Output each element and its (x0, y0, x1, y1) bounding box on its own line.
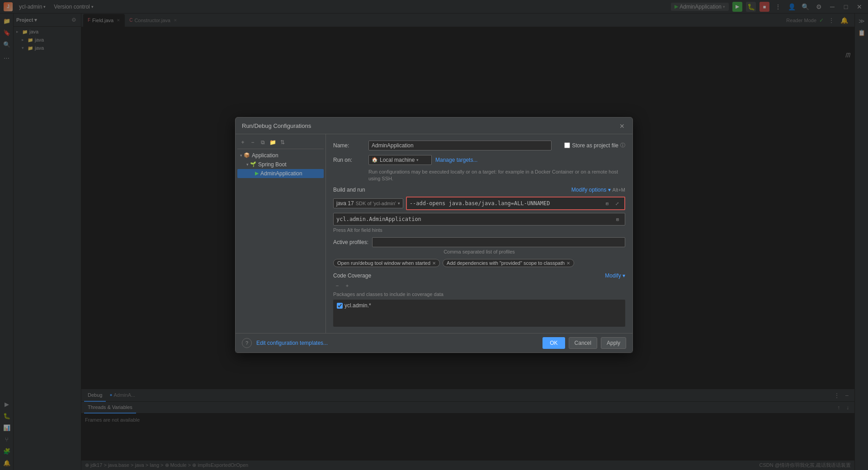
coverage-modify-link[interactable]: Modify ▾ (605, 273, 625, 279)
coverage-header: Code Coverage Modify ▾ (333, 273, 625, 279)
store-info-icon: ⓘ (620, 142, 625, 149)
config-item-admin-app[interactable]: ▶ AdminApplication (237, 169, 324, 178)
config-tree: + − ⧉ 📁 ⇅ ▾ 📦 Application ▾ 🌱 Spring Boo… (236, 134, 326, 334)
config-folder-button[interactable]: 📁 (268, 138, 277, 147)
main-class-row: ycl.admin.AdminApplication ⊞ (333, 213, 625, 226)
run-on-hint: Run configurations may be executed local… (333, 169, 625, 183)
config-sort-button[interactable]: ⇅ (278, 138, 287, 147)
modify-options-link[interactable]: Modify options ▾ (571, 187, 611, 193)
coverage-item-ycladmin: ycl.admin.* (335, 301, 623, 310)
coverage-add-btn[interactable]: + (343, 282, 351, 290)
select-arrow-icon: ▾ (416, 158, 419, 162)
run-on-row: Run on: 🏠 Local machine ▾ Manage targets… (333, 155, 625, 165)
config-copy-button[interactable]: ⧉ (258, 138, 267, 147)
store-label: Store as project file (572, 142, 618, 149)
name-input[interactable] (368, 141, 552, 150)
apply-button[interactable]: Apply (601, 337, 626, 349)
dialog-footer: ? Edit configuration templates... OK Can… (236, 333, 632, 352)
build-run-row: java 17 SDK of 'ycl-admin' ▾ --add-opens… (333, 197, 625, 210)
footer-right: OK Cancel Apply (542, 337, 626, 349)
help-button[interactable]: ? (242, 338, 252, 348)
tag-add-deps-close[interactable]: ✕ (566, 261, 570, 266)
main-class-input[interactable]: ycl.admin.AdminApplication ⊞ (333, 213, 625, 226)
manage-targets-link[interactable]: Manage targets... (435, 157, 477, 163)
config-main: Name: Store as project file ⓘ Run on: 🏠 … (326, 134, 632, 334)
config-group-application[interactable]: ▾ 📦 Application (237, 151, 324, 160)
tag-add-deps: Add dependencies with "provided" scope t… (443, 259, 574, 267)
dialog-title: Run/Debug Configurations (242, 122, 311, 129)
modal-overlay: Run/Debug Configurations ✕ + − ⧉ 📁 ⇅ ▾ 📦… (0, 0, 868, 470)
config-group-spring-boot[interactable]: ▾ 🌱 Spring Boot (237, 160, 324, 169)
run-on-label: Run on: (333, 157, 365, 163)
dialog-close-button[interactable]: ✕ (618, 122, 626, 130)
coverage-toolbar: − + (333, 282, 625, 290)
coverage-packages: ycl.admin.* (333, 300, 625, 327)
main-class-browse-icon[interactable]: ⊞ (613, 215, 622, 224)
edit-templates-link[interactable]: Edit configuration templates... (256, 340, 328, 346)
store-checkbox[interactable] (564, 142, 570, 148)
config-toolbar: + − ⧉ 📁 ⇅ (237, 136, 324, 149)
build-run-title: Build and run (333, 187, 365, 193)
profiles-row: Active profiles: (333, 237, 625, 247)
name-row: Name: Store as project file ⓘ (333, 141, 625, 150)
local-machine-select[interactable]: 🏠 Local machine ▾ (368, 155, 432, 165)
store-checkbox-row: Store as project file ⓘ (555, 142, 625, 149)
cancel-button[interactable]: Cancel (569, 337, 597, 349)
coverage-title: Code Coverage (333, 273, 371, 279)
profiles-label: Active profiles: (333, 239, 368, 245)
java-select-arrow-icon: ▾ (398, 201, 400, 206)
modify-shortcut: Alt+M (613, 187, 625, 193)
tag-open-window-close[interactable]: ✕ (432, 261, 436, 266)
ok-button[interactable]: OK (542, 337, 565, 349)
coverage-item-checkbox[interactable] (337, 303, 343, 309)
profiles-hint: Comma separated list of profiles (333, 249, 625, 254)
coverage-remove-btn[interactable]: − (333, 282, 341, 290)
footer-left: ? Edit configuration templates... (242, 338, 328, 348)
name-label: Name: (333, 142, 365, 149)
vm-options-input[interactable]: --add-opens java.base/java.lang=ALL-UNNA… (406, 197, 625, 210)
tag-open-window: Open run/debug tool window when started … (333, 259, 440, 267)
config-add-button[interactable]: + (238, 138, 247, 147)
vm-options-fullscreen-icon[interactable]: ⤢ (613, 199, 622, 208)
java-version-select[interactable]: java 17 SDK of 'ycl-admin' ▾ (333, 198, 403, 208)
profiles-input[interactable] (372, 237, 625, 247)
press-alt-hint: Press Alt for field hints (333, 227, 625, 233)
tags-row: Open run/debug tool window when started … (333, 259, 625, 267)
sdk-label: SDK of 'ycl-admin' (356, 201, 396, 206)
run-debug-dialog: Run/Debug Configurations ✕ + − ⧉ 📁 ⇅ ▾ 📦… (235, 117, 633, 353)
dialog-titlebar: Run/Debug Configurations ✕ (236, 118, 632, 134)
coverage-item-label: ycl.admin.* (344, 302, 371, 309)
build-run-header: Build and run Modify options ▾ Alt+M (333, 187, 625, 193)
coverage-section: Code Coverage Modify ▾ − + Packages and … (333, 273, 625, 327)
coverage-label: Packages and classes to include in cover… (333, 291, 625, 297)
config-remove-button[interactable]: − (248, 138, 257, 147)
vm-options-expand-icon[interactable]: ⊞ (603, 199, 612, 208)
dialog-body: + − ⧉ 📁 ⇅ ▾ 📦 Application ▾ 🌱 Spring Boo… (236, 134, 632, 334)
